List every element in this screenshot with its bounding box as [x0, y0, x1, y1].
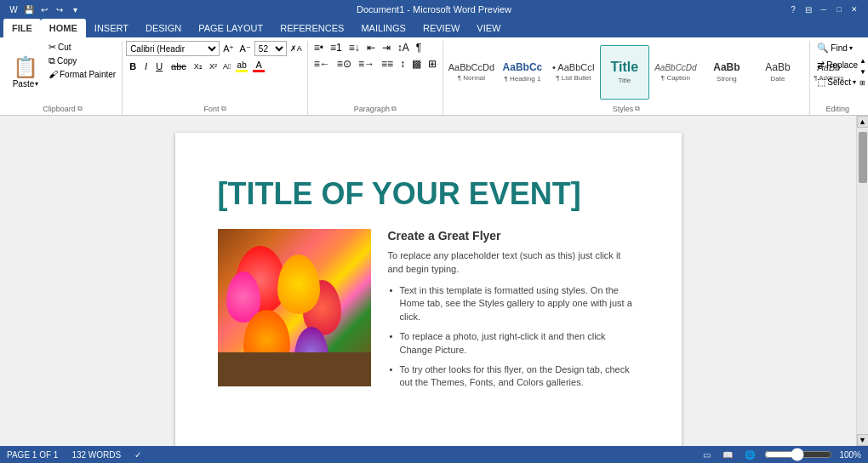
copy-button[interactable]: ⧉ Copy: [46, 54, 118, 67]
font-shrink-button[interactable]: A⁻: [237, 43, 252, 55]
redo-qa-button[interactable]: ↪: [53, 3, 66, 16]
superscript-button[interactable]: X²: [207, 61, 220, 71]
borders-button[interactable]: ⊞: [425, 57, 439, 71]
underline-button[interactable]: U: [152, 60, 166, 72]
font-family-select[interactable]: Calibri (Headir: [126, 41, 220, 56]
bullet-item-2[interactable]: To replace a photo, just right-click it …: [388, 330, 639, 357]
format-painter-icon: 🖌: [49, 69, 58, 79]
subscript-button[interactable]: X₂: [191, 61, 205, 71]
tab-pagelayout[interactable]: PAGE LAYOUT: [190, 19, 271, 37]
bold-button[interactable]: B: [126, 60, 140, 72]
styles-gallery: AaBbCcDd ¶ Normal AaBbCc ¶ Heading 1 • A…: [447, 45, 854, 100]
font-color-button[interactable]: A: [251, 59, 266, 73]
replace-button[interactable]: ⇄ Replace: [814, 58, 861, 72]
format-painter-button[interactable]: 🖌 Format Painter: [46, 68, 118, 80]
event-title[interactable]: [TITLE OF YOUR EVENT]: [218, 175, 639, 212]
help-button[interactable]: ?: [786, 3, 800, 16]
style-title[interactable]: Title Title: [600, 45, 649, 100]
style-title-preview: Title: [611, 60, 639, 75]
read-mode-button[interactable]: 📖: [720, 449, 735, 460]
style-caption-label: ¶ Caption: [661, 74, 690, 82]
bullet-item-1[interactable]: Text in this template is formatted using…: [388, 284, 639, 323]
page-indicator: PAGE 1 OF 1: [7, 450, 58, 460]
paragraph-expand-icon[interactable]: ⧉: [391, 105, 397, 113]
select-button[interactable]: ⬚ Select ▾: [814, 75, 859, 89]
scroll-track[interactable]: [857, 128, 869, 434]
sort-button[interactable]: ↕A: [395, 41, 412, 54]
style-listbullet-label: ¶ List Bullet: [556, 74, 591, 82]
tab-review[interactable]: REVIEW: [414, 19, 468, 37]
clear-formatting-button[interactable]: ✗A: [288, 43, 304, 54]
tab-mailings[interactable]: MAILINGS: [352, 19, 414, 37]
document-image[interactable]: [218, 229, 371, 386]
flyer-heading[interactable]: Create a Great Flyer: [388, 229, 639, 243]
tab-design[interactable]: DESIGN: [137, 19, 190, 37]
print-layout-button[interactable]: ▭: [700, 449, 713, 460]
style-caption[interactable]: AaBbCcDd ¶ Caption: [651, 45, 700, 100]
close-button[interactable]: ✕: [848, 3, 861, 16]
align-right-button[interactable]: ≡→: [356, 57, 377, 71]
strikethrough-button[interactable]: abc: [168, 60, 190, 72]
numbering-button[interactable]: ≡1: [328, 41, 345, 54]
ribbon-toggle-button[interactable]: ⊟: [802, 3, 815, 16]
style-date[interactable]: AaBb Date: [753, 45, 802, 100]
style-caption-preview: AaBbCcDd: [654, 63, 696, 72]
increase-indent-button[interactable]: ⇥: [380, 41, 393, 54]
paragraph-content: ≡• ≡1 ≡↓ ⇤ ⇥ ↕A ¶ ≡← ≡⊙ ≡→ ≡≡ ↕ ▩ ⊞: [311, 41, 439, 103]
bullets-button[interactable]: ≡•: [311, 41, 326, 54]
style-normal[interactable]: AaBbCcDd ¶ Normal: [447, 45, 496, 100]
font-group-label: Font ⧉: [126, 103, 304, 113]
ribbon: 📋 Paste ▾ ✂ Cut ⧉ Copy 🖌 Format Painter: [0, 37, 868, 116]
decrease-indent-button[interactable]: ⇤: [364, 41, 378, 54]
multilevel-button[interactable]: ≡↓: [346, 41, 363, 54]
find-arrow: ▾: [849, 44, 853, 52]
align-center-button[interactable]: ≡⊙: [334, 57, 354, 71]
cut-icon: ✂: [49, 42, 56, 53]
justify-button[interactable]: ≡≡: [379, 57, 396, 71]
zoom-slider[interactable]: [764, 450, 832, 459]
clipboard-expand-icon[interactable]: ⧉: [77, 105, 83, 113]
cut-button[interactable]: ✂ Cut: [46, 41, 118, 54]
vertical-scrollbar[interactable]: ▲ ▼: [856, 116, 868, 446]
font-grow-button[interactable]: A⁺: [221, 43, 236, 55]
select-label: Select: [827, 77, 851, 87]
align-left-button[interactable]: ≡←: [311, 57, 333, 71]
undo-qa-button[interactable]: ↩: [37, 3, 51, 16]
tab-insert[interactable]: INSERT: [86, 19, 137, 37]
format-painter-label: Format Painter: [60, 70, 116, 79]
restore-button[interactable]: □: [832, 3, 846, 16]
font-size-select[interactable]: 52: [254, 41, 287, 56]
copy-label: Copy: [57, 56, 77, 66]
customize-qa-button[interactable]: ▾: [68, 3, 82, 16]
scroll-down-button[interactable]: ▼: [857, 434, 869, 446]
tab-file[interactable]: FILE: [3, 19, 41, 37]
line-spacing-button[interactable]: ↕: [397, 57, 408, 71]
flyer-intro[interactable]: To replace any placeholder text (such as…: [388, 249, 639, 276]
style-strong[interactable]: AaBb Strong: [702, 45, 751, 100]
font-expand-icon[interactable]: ⧉: [221, 105, 226, 113]
status-bar: PAGE 1 OF 1 132 WORDS ✓ ▭ 📖 🌐 100%: [0, 446, 868, 463]
tab-references[interactable]: REFERENCES: [271, 19, 352, 37]
italic-button[interactable]: I: [141, 60, 151, 72]
style-listbullet[interactable]: • AaBbCcI ¶ List Bullet: [549, 45, 598, 100]
show-hide-button[interactable]: ¶: [414, 41, 424, 54]
ribbon-tabs: FILE HOME INSERT DESIGN PAGE LAYOUT REFE…: [0, 19, 868, 37]
shading-button[interactable]: ▩: [409, 57, 424, 71]
style-heading1[interactable]: AaBbCc ¶ Heading 1: [498, 45, 547, 100]
minimize-button[interactable]: ─: [817, 3, 831, 16]
font-row1: Calibri (Headir A⁺ A⁻ 52 ✗A: [126, 41, 304, 56]
paste-button[interactable]: 📋 Paste ▾: [7, 41, 44, 103]
tab-home[interactable]: HOME: [41, 19, 86, 37]
scroll-up-button[interactable]: ▲: [857, 116, 869, 128]
styles-group: AaBbCcDd ¶ Normal AaBbCc ¶ Heading 1 • A…: [443, 41, 810, 115]
find-button[interactable]: 🔍 Find ▾: [814, 41, 855, 55]
highlight-button[interactable]: ab: [234, 60, 249, 73]
scroll-thumb[interactable]: [859, 132, 867, 183]
bullet-item-3[interactable]: To try other looks for this flyer, on th…: [388, 363, 639, 390]
style-strong-preview: AaBb: [713, 61, 740, 73]
styles-expand-icon[interactable]: ⧉: [635, 105, 640, 113]
web-layout-button[interactable]: 🌐: [742, 449, 757, 460]
save-qa-button[interactable]: 💾: [22, 3, 36, 16]
text-effects-button[interactable]: A⃝: [221, 61, 232, 71]
tab-view[interactable]: VIEW: [468, 19, 509, 37]
